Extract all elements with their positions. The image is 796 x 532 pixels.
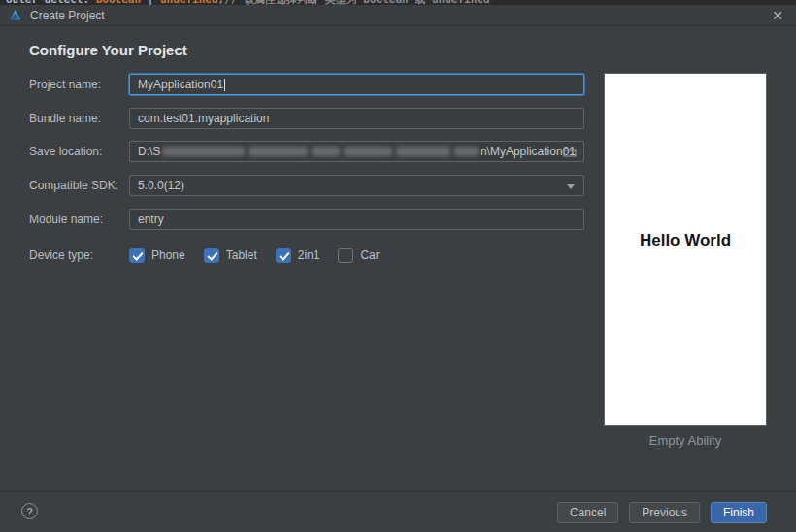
- compatible-sdk-select[interactable]: 5.0.0(12): [129, 175, 584, 196]
- save-location-row: Save location: D:\S n\MyApplication01: [29, 141, 584, 162]
- finish-button[interactable]: Finish: [711, 502, 767, 523]
- save-location-suffix: n\MyApplication01: [481, 145, 576, 158]
- chevron-down-icon: [567, 184, 575, 189]
- help-icon[interactable]: ?: [21, 503, 38, 519]
- device-type-row: Device type: Phone Tablet 2in1 Car: [29, 245, 380, 266]
- device-type-label: Device type:: [29, 249, 129, 262]
- checkbox-car-label: Car: [360, 249, 379, 262]
- template-preview-screen: Hello World: [604, 73, 767, 426]
- preview-hello-world-text: Hello World: [605, 231, 766, 250]
- redacted-path-segment: [162, 147, 245, 156]
- save-location-label: Save location:: [29, 145, 129, 158]
- save-location-input[interactable]: D:\S n\MyApplication01: [129, 141, 584, 162]
- module-name-label: Module name:: [29, 213, 129, 226]
- device-option-phone: Phone: [129, 248, 185, 263]
- redacted-path-segment: [454, 147, 479, 156]
- bundle-name-input[interactable]: com.test01.myapplication: [129, 108, 584, 129]
- project-name-value: MyApplication01: [138, 78, 223, 91]
- text-caret: [224, 79, 225, 91]
- footer-buttons: Cancel Previous Finish: [557, 502, 767, 523]
- compatible-sdk-label: Compatible SDK:: [29, 179, 129, 192]
- template-name-caption: Empty Ability: [604, 433, 767, 448]
- page-title: Configure Your Project: [29, 42, 187, 58]
- device-option-car: Car: [338, 248, 379, 263]
- dialog-titlebar: Create Project ✕: [0, 5, 796, 26]
- dialog-title: Create Project: [30, 9, 105, 22]
- cancel-button[interactable]: Cancel: [557, 502, 618, 523]
- checkbox-tablet-label: Tablet: [226, 249, 257, 262]
- redacted-path-segment: [396, 147, 450, 156]
- checkbox-phone[interactable]: [129, 248, 145, 263]
- checkbox-car[interactable]: [338, 248, 353, 263]
- project-name-input[interactable]: MyApplication01: [129, 74, 584, 95]
- bundle-name-label: Bundle name:: [29, 112, 129, 125]
- bundle-name-row: Bundle name: com.test01.myapplication: [29, 108, 584, 129]
- module-name-row: Module name: entry: [29, 209, 584, 230]
- previous-button[interactable]: Previous: [629, 502, 700, 523]
- module-name-input[interactable]: entry: [129, 209, 584, 230]
- redacted-path-segment: [249, 147, 309, 156]
- create-project-dialog: Configure Your Project Project name: MyA…: [0, 26, 796, 491]
- device-option-tablet: Tablet: [204, 248, 257, 263]
- checkbox-tablet[interactable]: [204, 248, 219, 263]
- checkbox-2in1-label: 2in1: [298, 249, 320, 262]
- checkbox-2in1[interactable]: [276, 248, 291, 263]
- device-type-options: Phone Tablet 2in1 Car: [129, 248, 380, 263]
- deveco-logo-icon: [9, 9, 21, 21]
- device-option-2in1: 2in1: [276, 248, 320, 263]
- redacted-path-segment: [344, 147, 392, 156]
- save-location-prefix: D:\S: [138, 145, 160, 158]
- dialog-footer: ? Cancel Previous Finish: [0, 491, 796, 532]
- project-name-row: Project name: MyApplication01: [29, 74, 584, 95]
- browse-folder-icon[interactable]: [563, 146, 577, 157]
- compatible-sdk-value: 5.0.0(12): [138, 179, 184, 192]
- checkbox-phone-label: Phone: [151, 249, 185, 262]
- compatible-sdk-row: Compatible SDK: 5.0.0(12): [29, 175, 584, 196]
- redacted-path-segment: [312, 147, 340, 156]
- project-name-label: Project name:: [29, 78, 129, 91]
- module-name-value: entry: [138, 213, 164, 226]
- bundle-name-value: com.test01.myapplication: [138, 112, 269, 125]
- close-icon[interactable]: ✕: [767, 5, 788, 26]
